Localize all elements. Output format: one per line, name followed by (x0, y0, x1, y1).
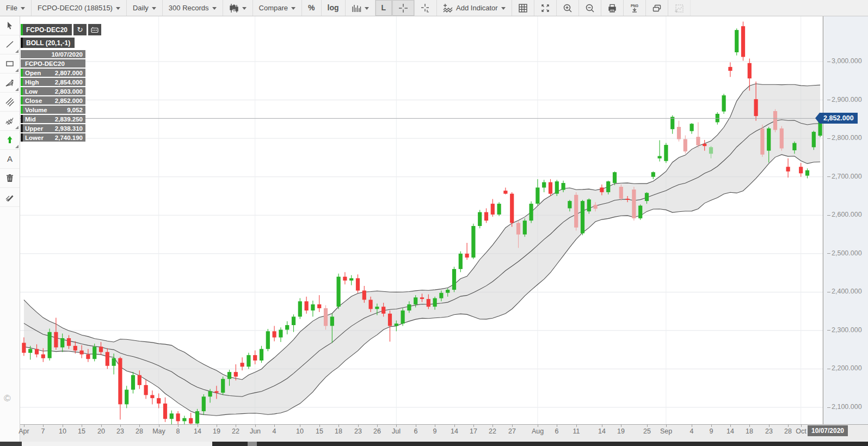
symbol-menu[interactable]: FCPO-DEC20 (188515) (32, 0, 127, 16)
date-axis-label: 26 (373, 427, 381, 435)
text-tool[interactable]: A (0, 150, 20, 169)
date-axis-label: 14 (451, 427, 458, 435)
date-axis-label: 25 (643, 427, 651, 435)
fan-icon (5, 78, 15, 88)
panel-label: Open (25, 70, 41, 76)
date-axis-label: Aug (532, 427, 544, 435)
add-indicator-menu[interactable]: Add Indicator (437, 0, 512, 16)
date-tick (159, 425, 159, 427)
horizontal-scrollbar[interactable] (0, 442, 868, 446)
pointer-icon (5, 21, 15, 30)
copyright-mark: © (4, 393, 11, 404)
price-tick (827, 176, 830, 177)
refresh-button[interactable]: ↻ (73, 24, 87, 35)
symbol-chip-label: FCPO-DEC20 (26, 26, 67, 34)
date-tick (557, 425, 557, 427)
panel-value: 2,852.000 (55, 97, 83, 104)
scrollbar-left-block[interactable] (0, 442, 22, 446)
date-tick (63, 425, 63, 427)
eraser-tool[interactable] (0, 188, 20, 207)
price-axis-label: 2,400.000 (832, 288, 862, 295)
candlestick-chart-area[interactable] (20, 16, 824, 424)
delete-tool[interactable] (0, 169, 20, 188)
line-mode-button[interactable]: L (375, 0, 393, 16)
png-export-button[interactable]: PNG (624, 0, 646, 16)
date-tick (82, 425, 82, 427)
scrollbar-thumb[interactable] (212, 442, 868, 446)
date-tick (730, 425, 731, 427)
price-axis-label: 2,200.000 (832, 364, 862, 372)
date-axis-label: 18 (335, 427, 342, 435)
chevron-down-icon (291, 7, 296, 10)
print-button[interactable] (601, 0, 624, 16)
rectangle-tool[interactable] (0, 54, 20, 74)
panel-row-lower: Lower2,740.190 (21, 133, 85, 142)
quote-panel-button[interactable] (88, 24, 101, 35)
freehand-tool[interactable] (0, 112, 20, 131)
records-menu[interactable]: 300 Records (163, 0, 223, 16)
percent-scale-button[interactable]: % (302, 0, 321, 16)
zigzag-icon (5, 116, 15, 126)
panel-row-close: Close2,852.000 (21, 96, 85, 105)
crosshair-button[interactable] (392, 0, 415, 16)
fullscreen-button[interactable] (534, 0, 557, 16)
more-options-corner-icon (15, 50, 19, 53)
panel-row-high: High2,854.000 (21, 78, 85, 86)
date-axis[interactable]: Apr71015202328May8141922Jun41015182326Ju… (20, 424, 868, 442)
date-axis-label: 19 (213, 427, 220, 435)
date-tick (300, 425, 300, 427)
date-axis-label: May (152, 427, 165, 435)
arrow-marker-tool[interactable] (0, 131, 20, 150)
fan-lines-tool[interactable] (0, 74, 20, 93)
more-options-corner-icon (15, 126, 19, 129)
date-tick (338, 425, 339, 427)
panel-value: 2,807.000 (55, 70, 83, 76)
text-a-icon: A (5, 154, 15, 164)
date-tick (435, 425, 435, 427)
date-axis-label: 20 (97, 427, 105, 435)
date-tick (473, 425, 474, 427)
date-tick (43, 425, 44, 427)
grid-button[interactable] (512, 0, 534, 16)
price-tick (827, 253, 830, 254)
date-tick (538, 425, 538, 427)
date-tick (396, 425, 397, 427)
symbol-chip[interactable]: FCPO-DEC20 (21, 24, 72, 35)
date-axis-label: Jul (392, 427, 401, 435)
duplicate-chart-button[interactable] (646, 0, 668, 16)
price-axis-label: 2,300.000 (832, 326, 862, 334)
pointer-tool[interactable] (0, 16, 20, 35)
file-menu[interactable]: File (0, 0, 32, 16)
price-tick (827, 138, 830, 139)
parallel-lines-tool[interactable] (0, 93, 20, 112)
trendline-tool[interactable] (0, 35, 20, 54)
symbol-chip-accent (21, 24, 23, 35)
period-menu[interactable]: Daily (127, 0, 163, 16)
indicator-chip-boll[interactable]: BOLL (20,1,-1) (21, 38, 75, 48)
zoom-out-icon (585, 3, 595, 13)
volume-style-menu[interactable] (346, 0, 375, 16)
file-menu-label: File (6, 0, 17, 16)
date-tick (24, 425, 24, 427)
panel-value: 2,854.000 (55, 79, 83, 85)
price-tick (827, 369, 830, 369)
charting-application: FileFCPO-DEC20 (188515)Daily300 RecordsC… (0, 0, 868, 446)
symbol-menu-label: FCPO-DEC20 (188515) (38, 0, 113, 16)
records-menu-label: 300 Records (169, 0, 209, 16)
chevron-down-icon (242, 7, 247, 10)
zoom-out-button[interactable] (579, 0, 601, 16)
panel-date: 10/07/2020 (21, 50, 85, 58)
compare-menu[interactable]: Compare (253, 0, 302, 16)
crosshair-l-icon (421, 3, 430, 13)
date-axis-label: 4 (273, 427, 276, 435)
price-axis[interactable]: 3,000.0002,900.0002,800.0002,700.0002,60… (824, 16, 868, 424)
log-scale-button[interactable]: log (322, 0, 346, 16)
crosshair-label-button[interactable] (415, 0, 437, 16)
zoom-in-button[interactable] (557, 0, 579, 16)
chevron-down-icon (212, 7, 217, 10)
chart-type-menu[interactable] (223, 0, 253, 16)
date-tick (178, 425, 178, 427)
scrollbar-grip[interactable] (248, 442, 257, 446)
date-axis-label: 14 (727, 427, 734, 435)
date-axis-label: 19 (617, 427, 625, 435)
